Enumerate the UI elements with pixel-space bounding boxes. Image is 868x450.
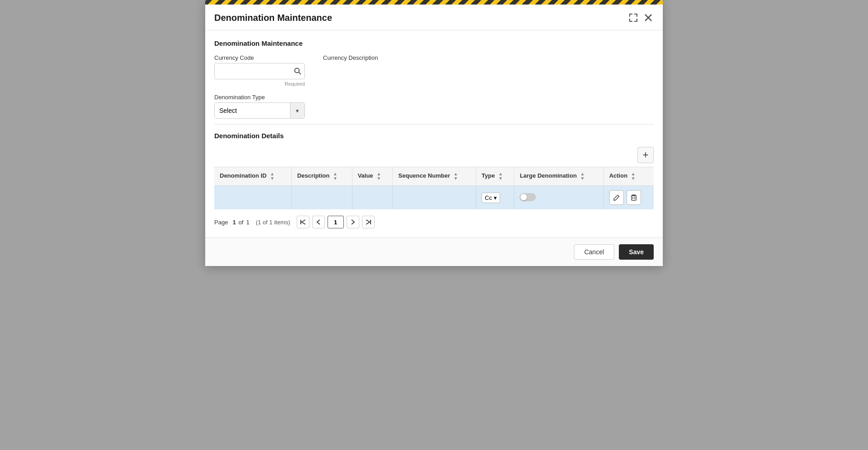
section2-title: Denomination Details xyxy=(214,132,654,140)
currency-code-input-wrapper xyxy=(214,63,305,79)
currency-code-group: Currency Code Required xyxy=(214,54,305,87)
svg-point-2 xyxy=(295,68,299,73)
next-page-button[interactable] xyxy=(347,216,359,228)
modal-header-actions xyxy=(627,12,654,24)
expand-button[interactable] xyxy=(627,12,639,24)
denom-type-dropdown-arrow[interactable]: ▾ xyxy=(290,103,304,118)
svg-line-3 xyxy=(299,73,301,75)
denom-type-label: Denomination Type xyxy=(214,94,654,101)
edit-button[interactable] xyxy=(609,190,624,205)
type-cell: Cc ▾ xyxy=(482,193,508,203)
denom-type-select-wrapper: Select ▾ xyxy=(214,102,305,119)
pagination-info: (1 of 1 items) xyxy=(256,219,290,226)
col-seq-number[interactable]: Sequence Number ▲▼ xyxy=(393,167,476,186)
toggle-thumb xyxy=(521,194,527,200)
currency-code-label: Currency Code xyxy=(214,54,305,61)
of-label: of xyxy=(239,219,244,226)
denomination-table: Denomination ID ▲▼ Description ▲▼ xyxy=(214,167,654,209)
cancel-button[interactable]: Cancel xyxy=(574,244,615,260)
sort-icon-denom-id: ▲▼ xyxy=(270,172,275,181)
type-dropdown-icon: ▾ xyxy=(494,194,497,201)
currency-code-search-button[interactable] xyxy=(294,68,301,75)
col-large-denom[interactable]: Large Denomination ▲▼ xyxy=(514,167,603,186)
last-page-button[interactable] xyxy=(362,216,375,228)
col-value[interactable]: Value ▲▼ xyxy=(352,167,393,186)
denom-type-select[interactable]: Select xyxy=(215,103,290,118)
col-description[interactable]: Description ▲▼ xyxy=(291,167,352,186)
save-button[interactable]: Save xyxy=(619,244,654,260)
required-label: Required xyxy=(214,81,305,87)
sort-icon-type: ▲▼ xyxy=(498,172,503,181)
cell-type: Cc ▾ xyxy=(476,186,514,210)
close-button[interactable] xyxy=(643,12,654,23)
prev-page-button[interactable] xyxy=(312,216,325,228)
col-denom-id[interactable]: Denomination ID ▲▼ xyxy=(214,167,291,186)
col-type[interactable]: Type ▲▼ xyxy=(476,167,514,186)
toggle-track xyxy=(520,193,536,201)
sort-icon-value: ▲▼ xyxy=(376,172,381,181)
table-section: + Denomination ID ▲▼ Descrip xyxy=(214,147,654,228)
sort-icon-seq-number: ▲▼ xyxy=(453,172,458,181)
sort-icon-description: ▲▼ xyxy=(333,172,338,181)
cell-seq-number xyxy=(393,186,476,210)
delete-button[interactable] xyxy=(627,190,641,205)
hazard-bar xyxy=(205,0,663,5)
cell-large-denom xyxy=(514,186,603,210)
svg-rect-4 xyxy=(632,196,636,200)
current-page: 1 xyxy=(232,219,236,226)
table-row: Cc ▾ xyxy=(214,186,654,210)
page-label: Page xyxy=(214,219,228,226)
table-toolbar: + xyxy=(214,147,654,163)
modal-overlay: Denomination Maintenance xyxy=(0,0,868,450)
modal-title: Denomination Maintenance xyxy=(214,13,332,23)
currency-desc-group: Currency Description xyxy=(323,54,378,61)
cell-description xyxy=(291,186,352,210)
currency-desc-label: Currency Description xyxy=(323,54,378,61)
sort-icon-large-denom: ▲▼ xyxy=(580,172,585,181)
cell-value xyxy=(352,186,393,210)
total-pages: 1 xyxy=(246,219,249,226)
modal-header: Denomination Maintenance xyxy=(205,5,663,30)
large-denom-toggle[interactable] xyxy=(520,193,536,201)
cell-action xyxy=(603,186,654,210)
modal-footer: Cancel Save xyxy=(205,237,663,266)
sort-icon-action: ▲▼ xyxy=(631,172,636,181)
section1-title: Denomination Maintenance xyxy=(214,39,654,47)
col-action[interactable]: Action ▲▼ xyxy=(603,167,654,186)
table-header-row: Denomination ID ▲▼ Description ▲▼ xyxy=(214,167,654,186)
section-divider xyxy=(214,124,654,125)
add-row-button[interactable]: + xyxy=(637,147,654,163)
currency-code-input[interactable] xyxy=(214,63,305,79)
modal: Denomination Maintenance xyxy=(205,0,663,266)
cell-denom-id xyxy=(214,186,291,210)
type-dropdown-button[interactable]: Cc ▾ xyxy=(482,193,500,203)
pagination: Page 1 of 1 (1 of 1 items) xyxy=(214,216,654,228)
modal-body: Denomination Maintenance Currency Code xyxy=(205,30,663,237)
page-number-input[interactable] xyxy=(328,216,344,228)
first-page-button[interactable] xyxy=(297,216,309,228)
form-row: Currency Code Required Curr xyxy=(214,54,654,87)
action-buttons xyxy=(609,190,648,205)
denom-type-group: Denomination Type Select ▾ xyxy=(214,94,654,119)
